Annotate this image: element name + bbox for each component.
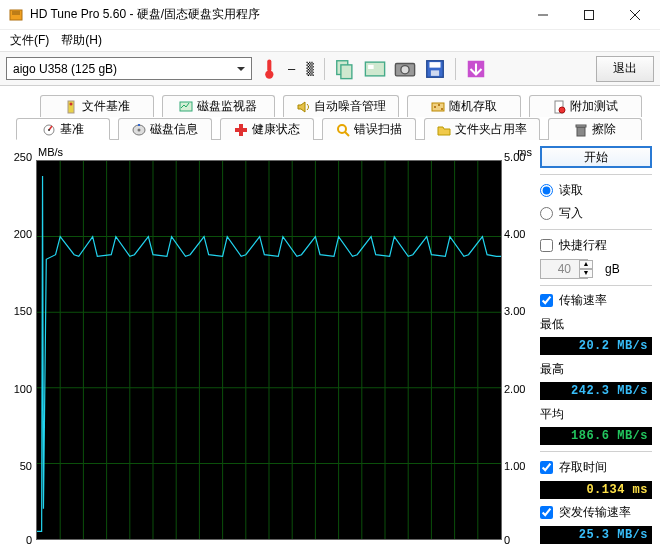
access-time-value: 0.134 ms <box>540 481 652 499</box>
max-value: 242.3 MB/s <box>540 382 652 400</box>
tab-auto-noise[interactable]: 自动噪音管理 <box>283 95 399 117</box>
read-radio-input[interactable] <box>540 184 553 197</box>
tab-disk-monitor[interactable]: 磁盘监视器 <box>162 95 276 117</box>
tab-label: 附加测试 <box>570 98 618 115</box>
radio-label: 写入 <box>559 205 583 222</box>
min-label: 最低 <box>540 316 652 333</box>
y-tick: 0 <box>26 534 32 544</box>
chart-grid <box>37 161 501 539</box>
toolbar-separator <box>455 58 456 80</box>
tab-label: 文件夹占用率 <box>455 121 527 138</box>
radio-label: 读取 <box>559 182 583 199</box>
drive-selector[interactable]: aigo U358 (125 gB) <box>6 57 252 80</box>
start-button[interactable]: 开始 <box>540 146 652 168</box>
y-tick: 250 <box>14 151 32 163</box>
exit-button-label: 退出 <box>613 60 637 77</box>
tab-benchmark[interactable]: 基准 <box>16 118 110 140</box>
tab-folder-usage[interactable]: 文件夹占用率 <box>424 118 540 140</box>
title-bar: HD Tune Pro 5.60 - 硬盘/固态硬盘实用程序 <box>0 0 660 30</box>
y2-tick: 2.00 <box>504 383 525 395</box>
y-tick: 200 <box>14 228 32 240</box>
svg-point-30 <box>338 125 346 133</box>
svg-point-22 <box>559 107 565 113</box>
separator <box>540 451 652 452</box>
svg-point-3 <box>265 70 273 78</box>
quick-checkbox[interactable] <box>540 239 553 252</box>
exit-button[interactable]: 退出 <box>596 56 654 82</box>
options-icon[interactable] <box>464 57 488 81</box>
y-tick: 150 <box>14 305 32 317</box>
size-spinner[interactable]: ▲▼ <box>579 260 593 278</box>
copy-icon[interactable] <box>333 57 357 81</box>
tab-label: 基准 <box>60 121 84 138</box>
tab-label: 自动噪音管理 <box>314 98 386 115</box>
camera-icon[interactable] <box>393 57 417 81</box>
minimize-button[interactable] <box>520 0 566 30</box>
svg-point-9 <box>401 65 409 73</box>
thermometer-icon[interactable] <box>258 57 282 81</box>
svg-point-24 <box>48 129 50 131</box>
svg-point-18 <box>434 106 436 108</box>
tab-label: 磁盘信息 <box>150 121 198 138</box>
toolbar-separator <box>324 58 325 80</box>
maximize-button[interactable] <box>566 0 612 30</box>
svg-rect-1 <box>585 10 594 19</box>
access-time-checkbox[interactable] <box>540 461 553 474</box>
tab-label: 磁盘监视器 <box>197 98 257 115</box>
max-label: 最高 <box>540 361 652 378</box>
check-label: 快捷行程 <box>559 237 607 254</box>
window-title: HD Tune Pro 5.60 - 硬盘/固态硬盘实用程序 <box>30 6 520 23</box>
temp-readout: — ▒ <box>288 62 316 76</box>
tabs-row-bottom: 基准 磁盘信息 健康状态 错误扫描 文件夹占用率 擦除 <box>16 116 642 140</box>
chart-svg <box>37 161 501 539</box>
y-axis-label: MB/s <box>38 146 63 158</box>
y2-tick: 1.00 <box>504 460 525 472</box>
check-label: 突发传输速率 <box>559 504 631 521</box>
y-tick: 100 <box>14 383 32 395</box>
chart-plot <box>36 160 502 540</box>
menu-file[interactable]: 文件(F) <box>4 30 55 51</box>
tab-erase[interactable]: 擦除 <box>548 118 642 140</box>
screenshot-icon[interactable] <box>363 57 387 81</box>
svg-rect-27 <box>138 124 140 126</box>
y2-tick: 0 <box>504 534 510 544</box>
avg-label: 平均 <box>540 406 652 423</box>
read-radio[interactable]: 读取 <box>540 181 652 200</box>
y-axis-left: 250 200 150 100 50 0 <box>8 146 34 544</box>
svg-rect-11 <box>429 62 440 68</box>
transfer-rate-check[interactable]: 传输速率 <box>540 291 652 310</box>
tab-file-benchmark[interactable]: 文件基准 <box>40 95 154 117</box>
tabs-row-top: 文件基准 磁盘监视器 自动噪音管理 随机存取 附加测试 <box>40 92 642 116</box>
write-radio-input[interactable] <box>540 207 553 220</box>
tab-random-access[interactable]: 随机存取 <box>407 95 521 117</box>
tabs-area: 文件基准 磁盘监视器 自动噪音管理 随机存取 附加测试 基准 磁盘信息 健康状态… <box>0 86 660 140</box>
tab-error-scan[interactable]: 错误扫描 <box>322 118 416 140</box>
y-axis-right: 5.00 4.00 3.00 2.00 1.00 0 <box>502 146 532 544</box>
y2-tick: 3.00 <box>504 305 525 317</box>
main-area: MB/s ms 250 200 150 100 50 0 5.00 4.00 3… <box>0 140 660 544</box>
avg-value: 186.6 MB/s <box>540 427 652 445</box>
quick-check[interactable]: 快捷行程 <box>540 236 652 255</box>
side-panel: 开始 读取 写入 快捷行程 ▲▼ gB 传输速率 最低 20.2 MB/s 最高… <box>540 146 652 544</box>
tab-additional-test[interactable]: 附加测试 <box>529 95 643 117</box>
svg-rect-32 <box>576 125 586 127</box>
svg-rect-5 <box>341 64 352 78</box>
size-unit: gB <box>605 262 620 276</box>
tab-label: 文件基准 <box>82 98 130 115</box>
tab-health[interactable]: 健康状态 <box>220 118 314 140</box>
svg-rect-31 <box>577 127 585 136</box>
burst-rate-check[interactable]: 突发传输速率 <box>540 503 652 522</box>
burst-rate-checkbox[interactable] <box>540 506 553 519</box>
transfer-rate-checkbox[interactable] <box>540 294 553 307</box>
save-icon[interactable] <box>423 57 447 81</box>
tab-label: 错误扫描 <box>354 121 402 138</box>
close-button[interactable] <box>612 0 658 30</box>
svg-point-15 <box>69 102 72 105</box>
svg-point-26 <box>138 128 141 131</box>
tab-disk-info[interactable]: 磁盘信息 <box>118 118 212 140</box>
menu-help[interactable]: 帮助(H) <box>55 30 108 51</box>
svg-point-20 <box>441 108 443 110</box>
write-radio[interactable]: 写入 <box>540 204 652 223</box>
access-time-check[interactable]: 存取时间 <box>540 458 652 477</box>
tab-label: 健康状态 <box>252 121 300 138</box>
